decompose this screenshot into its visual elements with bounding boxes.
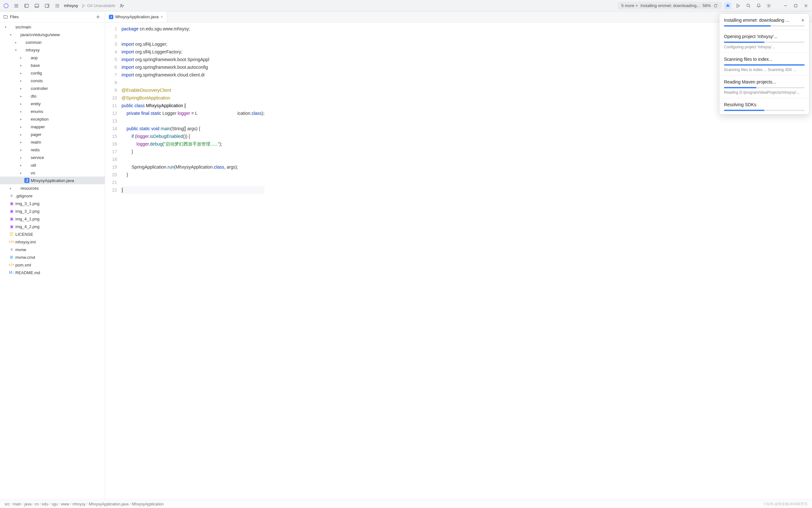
chevron-none-icon: [3, 232, 8, 237]
chevron-right-icon[interactable]: ▸: [18, 170, 23, 175]
panel-bottom-icon[interactable]: [33, 2, 40, 9]
tree-item-label: img_3_1.png: [15, 201, 39, 206]
tree-item[interactable]: ▸controller: [0, 84, 105, 92]
tree-item[interactable]: ▸base: [0, 61, 105, 69]
chevron-right-icon[interactable]: ▸: [18, 63, 23, 68]
add-file-icon[interactable]: [94, 13, 102, 20]
tree-item[interactable]: ≡mvnw: [0, 246, 105, 253]
chevron-right-icon[interactable]: ▸: [18, 140, 23, 144]
tree-item[interactable]: ▾src/main: [0, 23, 105, 31]
close-icon[interactable]: ×: [160, 14, 163, 19]
close-icon[interactable]: ✕: [801, 18, 805, 23]
breadcrumb-item[interactable]: src: [4, 502, 10, 506]
apps-grid-icon[interactable]: [54, 2, 61, 9]
tree-item[interactable]: ▸redis: [0, 146, 105, 154]
chevron-right-icon[interactable]: ▸: [18, 109, 23, 114]
tree-item-label: realm: [31, 140, 41, 144]
chevron-right-icon[interactable]: ▸: [18, 163, 23, 167]
tree-item[interactable]: ▣img_4_1.png: [0, 215, 105, 223]
chevron-right-icon[interactable]: ▸: [18, 78, 23, 83]
refresh-icon[interactable]: [713, 3, 718, 8]
tree-item[interactable]: ⊞mvnw.cmd: [0, 253, 105, 261]
tree-item[interactable]: JMhxysyApplication.java: [0, 177, 105, 184]
breadcrumb-item[interactable]: java: [24, 502, 31, 506]
tree-item[interactable]: ▸aop: [0, 54, 105, 61]
svg-rect-19: [795, 4, 797, 7]
progress-title: Scanning files to index...: [724, 57, 773, 62]
chevron-right-icon[interactable]: ▸: [18, 71, 23, 75]
tree-item[interactable]: ≡.gitignore: [0, 192, 105, 200]
code-content[interactable]: package cn.edu.sgu.www.mhxysy; import or…: [122, 23, 265, 500]
tree-item[interactable]: ▾mhxysy: [0, 46, 105, 54]
tree-item[interactable]: M↓README.md: [0, 269, 105, 277]
tree-item-label: MhxysyApplication.java: [31, 178, 74, 183]
search-icon[interactable]: [745, 2, 752, 9]
tree-item-label: pom.xml: [15, 263, 31, 267]
ai-assistant-icon[interactable]: [724, 2, 731, 9]
tree-item[interactable]: ▸pager: [0, 130, 105, 138]
tree-item[interactable]: ▸realm: [0, 138, 105, 146]
notifications-icon[interactable]: [755, 2, 762, 9]
chevron-right-icon[interactable]: ▸: [18, 132, 23, 137]
tree-item[interactable]: ▾java/cn/edu/sgu/www: [0, 31, 105, 38]
chevron-down-icon[interactable]: ▾: [8, 32, 13, 37]
chevron-right-icon[interactable]: ▸: [18, 155, 23, 160]
tree-item[interactable]: ▣img_4_2.png: [0, 223, 105, 230]
add-user-icon[interactable]: [118, 2, 125, 9]
background-tasks-status[interactable]: 5 more + Installing emmet: downloading..…: [618, 2, 722, 9]
breadcrumb-item[interactable]: edu: [42, 502, 48, 506]
file-tree[interactable]: ▾src/main▾java/cn/edu/sgu/www▸common▾mhx…: [0, 23, 105, 500]
window-maximize-icon[interactable]: [792, 2, 799, 9]
tree-item[interactable]: ▸util: [0, 161, 105, 169]
tree-item-label: controller: [31, 86, 48, 91]
chevron-right-icon[interactable]: ▸: [18, 147, 23, 152]
chevron-down-icon[interactable]: ▾: [13, 48, 18, 52]
tab-mhxysyapplication[interactable]: J MhxysyApplication.java ×: [105, 11, 167, 22]
panel-right-icon[interactable]: [44, 2, 50, 9]
window-close-icon[interactable]: [802, 2, 809, 9]
breadcrumb-item[interactable]: mhxysy: [72, 502, 85, 506]
tree-item[interactable]: ⚿LICENSE: [0, 230, 105, 238]
settings-icon[interactable]: [765, 2, 772, 9]
tree-item[interactable]: ▸entity: [0, 100, 105, 108]
breadcrumb-item[interactable]: MhxysyApplication.java: [89, 502, 129, 506]
breadcrumb-item[interactable]: sgu: [51, 502, 57, 506]
tree-item[interactable]: </>pom.xml: [0, 261, 105, 269]
tree-item[interactable]: ▣img_3_1.png: [0, 200, 105, 207]
app-logo-icon[interactable]: [3, 2, 10, 9]
chevron-right-icon[interactable]: ▸: [8, 186, 13, 190]
chevron-down-icon[interactable]: ▾: [3, 25, 8, 29]
breadcrumb-item[interactable]: main: [13, 502, 21, 506]
chevron-right-icon[interactable]: ▸: [18, 55, 23, 60]
chevron-right-icon[interactable]: ▸: [18, 94, 23, 98]
tree-item[interactable]: ▸resources: [0, 184, 105, 192]
panel-left-icon[interactable]: [23, 2, 30, 9]
window-minimize-icon[interactable]: [782, 2, 789, 9]
tree-item[interactable]: ▸enums: [0, 108, 105, 115]
progress-item: Opening project 'mhxysy'...Configuring p…: [720, 30, 809, 53]
tree-item[interactable]: ▸consts: [0, 77, 105, 84]
main-menu-icon[interactable]: [13, 2, 20, 9]
tree-item[interactable]: ▸mapper: [0, 123, 105, 130]
git-status[interactable]: Git Unavailable: [81, 3, 115, 8]
breadcrumb-item[interactable]: cn: [35, 502, 39, 506]
tree-item[interactable]: ▸common: [0, 38, 105, 46]
project-name[interactable]: mhxysy: [64, 3, 78, 8]
breadcrumbs[interactable]: src / main / java / cn / edu / sgu / www…: [4, 502, 164, 506]
breadcrumb-item[interactable]: www: [61, 502, 69, 506]
chevron-right-icon[interactable]: ▸: [18, 86, 23, 90]
chevron-right-icon[interactable]: ▸: [18, 101, 23, 106]
breadcrumb-item[interactable]: MhxysyApplication: [132, 502, 164, 506]
tree-item[interactable]: ▸config: [0, 69, 105, 77]
tree-item[interactable]: ▸service: [0, 154, 105, 161]
code-editor[interactable]: 12345678910111213141516171819202122 pack…: [105, 23, 812, 500]
run-icon[interactable]: [735, 2, 741, 9]
chevron-right-icon[interactable]: ▸: [18, 117, 23, 121]
tree-item[interactable]: ▣img_3_2.png: [0, 207, 105, 215]
tree-item[interactable]: ▸dto: [0, 92, 105, 100]
tree-item[interactable]: </>mhxysy.iml: [0, 238, 105, 246]
tree-item[interactable]: ▸vo: [0, 169, 105, 177]
chevron-right-icon[interactable]: ▸: [13, 40, 18, 44]
tree-item[interactable]: ▸exception: [0, 115, 105, 123]
chevron-right-icon[interactable]: ▸: [18, 124, 23, 129]
